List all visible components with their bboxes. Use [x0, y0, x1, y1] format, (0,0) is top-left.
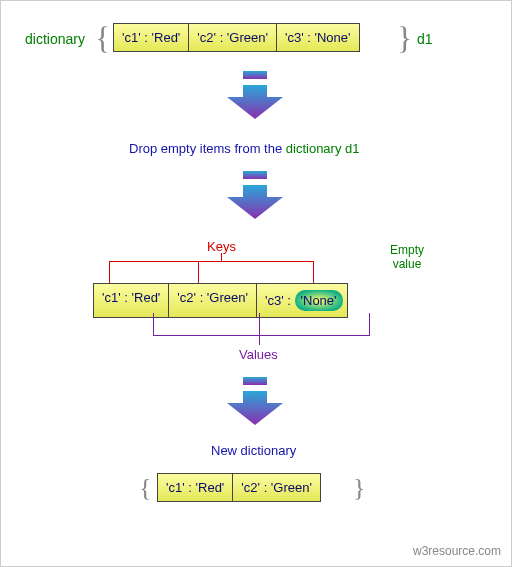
arrow-2: [225, 171, 285, 217]
arrow-1: [225, 71, 285, 117]
step1-plain: Drop empty items from the: [129, 141, 282, 156]
mid-cell-c3: 'c3' : 'None': [257, 283, 348, 318]
mid-dict-row: 'c1' : 'Red' 'c2' : 'Green' 'c3' : 'None…: [93, 283, 348, 318]
brace-close-top: }: [397, 22, 412, 54]
brace-open-top: {: [95, 22, 110, 54]
values-tick-1: [153, 313, 154, 335]
keys-hline: [109, 261, 313, 262]
top-cell-c1: 'c1' : 'Red': [113, 23, 189, 52]
brace-close-result: }: [353, 475, 365, 501]
none-highlight: 'None': [295, 290, 343, 311]
result-dict-row: 'c1' : 'Red' 'c2' : 'Green': [157, 473, 321, 502]
result-cell-c1: 'c1' : 'Red': [157, 473, 233, 502]
top-dict-row: 'c1' : 'Red' 'c2' : 'Green' 'c3' : 'None…: [113, 23, 360, 52]
keys-label: Keys: [207, 239, 236, 254]
values-tick-2: [259, 313, 260, 335]
keys-tick-2: [198, 261, 199, 283]
step1-text: Drop empty items from the dictionary d1: [129, 141, 360, 156]
svg-rect-2: [243, 171, 267, 179]
label-dictionary: dictionary: [25, 31, 85, 47]
arrow-3: [225, 377, 285, 423]
top-cell-c3: 'c3' : 'None': [277, 23, 360, 52]
new-dictionary-label: New dictionary: [211, 443, 296, 458]
values-tick-3: [369, 313, 370, 335]
svg-rect-0: [243, 71, 267, 79]
mid-cell-c2: 'c2' : 'Green': [169, 283, 257, 318]
svg-rect-4: [243, 377, 267, 385]
label-d1: d1: [417, 31, 433, 47]
keys-tick-3: [313, 261, 314, 283]
mid-cell-c1: 'c1' : 'Red': [93, 283, 169, 318]
result-cell-c2: 'c2' : 'Green': [233, 473, 321, 502]
values-down-tick: [259, 335, 260, 345]
values-hline: [153, 335, 370, 336]
step1-dictref: dictionary d1: [286, 141, 360, 156]
footer-credit: w3resource.com: [413, 544, 501, 558]
svg-marker-3: [227, 185, 283, 219]
mid-cell-c3-key: 'c3' :: [265, 293, 291, 308]
empty-value-label: Empty value: [379, 243, 435, 272]
values-label: Values: [239, 347, 278, 362]
keys-up-tick: [221, 253, 222, 261]
brace-open-result: {: [139, 475, 151, 501]
keys-tick-1: [109, 261, 110, 283]
top-cell-c2: 'c2' : 'Green': [189, 23, 277, 52]
svg-marker-1: [227, 85, 283, 119]
svg-marker-5: [227, 391, 283, 425]
